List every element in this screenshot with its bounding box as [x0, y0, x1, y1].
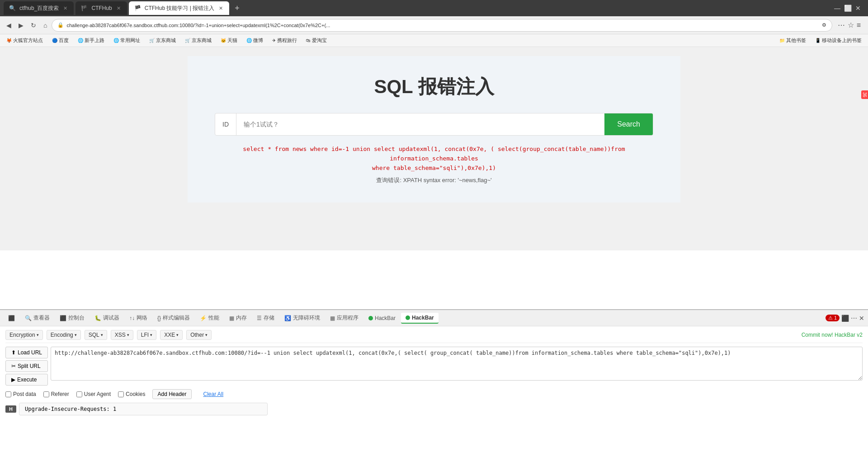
- forward-button[interactable]: ▶: [16, 20, 26, 31]
- header-row: H Upgrade-Insecure-Requests: 1: [5, 403, 863, 415]
- sql-query-line1: select * from news where id=-1 union sel…: [243, 146, 625, 162]
- hackbar-options: Post data Referer User Agent Cookies Add…: [5, 389, 863, 399]
- bookmark-favicon-4: 🌐: [113, 38, 119, 43]
- back-button[interactable]: ◀: [4, 20, 14, 31]
- bookmark-other[interactable]: 📁 其他书签: [777, 36, 809, 45]
- devtools-tab-performance[interactable]: ⚡ 性能: [195, 312, 224, 324]
- menu-sql[interactable]: SQL ▾: [85, 330, 107, 340]
- devtools-tab-debugger[interactable]: 🐛 调试器: [90, 312, 124, 324]
- split-url-icon: ✂: [11, 363, 16, 369]
- empty-space: [0, 250, 868, 309]
- tab-close-2[interactable]: ✕: [116, 5, 122, 12]
- bookmark-common[interactable]: 🌐 常用网址: [111, 36, 143, 45]
- error-badge: ⚠ 1: [826, 315, 840, 321]
- devtools-tab-hackbar1[interactable]: HackBar: [364, 313, 400, 323]
- dock-icon: ⬛: [8, 315, 15, 321]
- home-button[interactable]: ⌂: [41, 20, 50, 31]
- bookmark-favicon-8: 🌐: [246, 38, 252, 43]
- devtools-tab-inspector[interactable]: 🔍 查看器: [20, 312, 54, 324]
- devtools-tab-accessibility[interactable]: ♿ 无障碍环境: [280, 312, 325, 324]
- encryption-arrow: ▾: [37, 333, 39, 337]
- devtools-more-icon[interactable]: ⋯: [851, 315, 857, 322]
- bookmark-jd1[interactable]: 🛒 京东商城: [146, 36, 179, 45]
- bookmark-newuser[interactable]: 🌐 新手上路: [75, 36, 107, 45]
- tab-ctfhub[interactable]: 🏴 CTFHub ✕: [75, 1, 127, 15]
- devtools-tab-hackbar2[interactable]: HackBar: [401, 313, 439, 324]
- bookmark-jd2[interactable]: 🛒 京东商城: [182, 36, 214, 45]
- reload-button[interactable]: ↻: [28, 20, 39, 31]
- devtools-tab-memory[interactable]: ▦ 内存: [225, 312, 251, 324]
- tab-favicon-1: 🔍: [9, 5, 16, 11]
- menu-xxe[interactable]: XXE ▾: [160, 330, 183, 340]
- close-window-button[interactable]: ✕: [855, 5, 861, 12]
- bookmark-taobao[interactable]: 🛍 爱淘宝: [303, 36, 330, 45]
- checkbox-referer[interactable]: Referer: [43, 391, 69, 397]
- bookmark-firefox[interactable]: 🦊 火狐官方站点: [4, 36, 46, 45]
- devtools-tab-console[interactable]: ⬛ 控制台: [55, 312, 89, 324]
- cookies-input[interactable]: [118, 391, 124, 397]
- tab-baidu[interactable]: 🔍 ctfhub_百度搜索 ✕: [4, 1, 74, 15]
- checkbox-postdata[interactable]: Post data: [5, 391, 36, 397]
- url-display: challenge-ab38287cab6f067e.sandbox.ctfhu…: [66, 23, 819, 28]
- bookmark-baidu[interactable]: 🔵 百度: [49, 36, 71, 45]
- menu-encoding[interactable]: Encoding ▾: [47, 330, 81, 340]
- devtools-close-icon[interactable]: ✕: [859, 315, 864, 322]
- hackbar-panel: Encryption ▾ Encoding ▾ SQL ▾ XSS ▾ LFI …: [0, 326, 868, 419]
- bookmark-weibo[interactable]: 🌐 微博: [244, 36, 266, 45]
- bookmark-favicon-11: 📁: [779, 38, 785, 43]
- bookmark-mobile[interactable]: 📱 移动设备上的书签: [812, 36, 864, 45]
- tab-close-3[interactable]: ✕: [218, 5, 224, 12]
- useragent-input[interactable]: [76, 391, 82, 397]
- devtools-tab-storage[interactable]: ☰ 存储: [252, 312, 279, 324]
- accessibility-icon: ♿: [284, 315, 291, 321]
- bookmark-icon[interactable]: ☆: [848, 21, 854, 29]
- hackbar-menubar: Encryption ▾ Encoding ▾ SQL ▾ XSS ▾ LFI …: [5, 330, 863, 343]
- devtools-resize-icon[interactable]: ⬛: [841, 315, 849, 322]
- maximize-button[interactable]: ⬜: [844, 5, 852, 12]
- new-tab-button[interactable]: +: [231, 2, 243, 15]
- search-id-label: ID: [215, 113, 236, 135]
- split-url-button[interactable]: ✂ Split URL: [5, 360, 48, 372]
- clear-all-button[interactable]: Clear All: [199, 390, 228, 399]
- menu-encryption[interactable]: Encryption ▾: [5, 330, 43, 340]
- bookmark-tmall[interactable]: 🐱 天猫: [218, 36, 240, 45]
- checkbox-useragent[interactable]: User Agent: [76, 391, 111, 397]
- extensions-icon[interactable]: ⋯: [838, 21, 845, 29]
- referer-input[interactable]: [43, 391, 49, 397]
- tab-favicon-2: 🏴: [81, 5, 88, 11]
- url-textarea[interactable]: http://challenge-ab38287cab6f067e.sandbo…: [51, 347, 863, 381]
- menu-other[interactable]: Other ▾: [186, 330, 212, 340]
- add-header-button[interactable]: Add Header: [152, 389, 191, 399]
- devtools-tab-dock[interactable]: ⬛: [4, 313, 19, 323]
- execute-button[interactable]: ▶ Execute: [5, 374, 48, 386]
- menu-xss[interactable]: XSS ▾: [111, 330, 133, 340]
- tab-title-3: CTFHub 技能学习 | 报错注入: [145, 5, 214, 12]
- hackbar-dot-1: [368, 316, 373, 320]
- checkbox-cookies[interactable]: Cookies: [118, 391, 145, 397]
- bookmark-ctrip[interactable]: ✈ 携程旅行: [269, 36, 300, 45]
- bookmark-favicon-12: 📱: [815, 38, 821, 43]
- menu-button[interactable]: ≡: [857, 21, 861, 29]
- hackbar-dot-2: [406, 315, 410, 320]
- xxe-arrow: ▾: [176, 333, 179, 337]
- tab-title-2: CTFHub: [91, 5, 112, 11]
- tab-sqli[interactable]: 🏴 CTFHub 技能学习 | 报错注入 ✕: [129, 1, 229, 15]
- sql-arrow: ▾: [101, 333, 103, 337]
- perf-icon: ⚡: [200, 315, 207, 321]
- load-url-button[interactable]: ⬆ Load URL: [5, 347, 48, 358]
- devtools-tab-style[interactable]: {} 样式编辑器: [153, 312, 194, 324]
- devtools-tab-application[interactable]: ▦ 应用程序: [326, 312, 363, 324]
- encoding-arrow: ▾: [75, 333, 77, 337]
- main-content: SQL 报错注入 ID Search select * from news wh…: [0, 47, 868, 250]
- address-bar[interactable]: 🔒 challenge-ab38287cab6f067e.sandbox.ctf…: [52, 19, 832, 32]
- minimize-button[interactable]: —: [834, 5, 840, 12]
- search-button[interactable]: Search: [604, 113, 653, 135]
- menu-lfi[interactable]: LFI ▾: [137, 330, 156, 340]
- lfi-arrow: ▾: [150, 333, 152, 337]
- page-container: SQL 报错注入 ID Search select * from news wh…: [188, 56, 680, 202]
- postdata-input[interactable]: [5, 391, 11, 397]
- search-input[interactable]: [236, 113, 604, 135]
- devtools-tab-network[interactable]: ↑↓ 网络: [125, 312, 152, 324]
- tab-close-1[interactable]: ✕: [62, 5, 68, 12]
- sql-output: select * from news where id=-1 union sel…: [215, 145, 653, 184]
